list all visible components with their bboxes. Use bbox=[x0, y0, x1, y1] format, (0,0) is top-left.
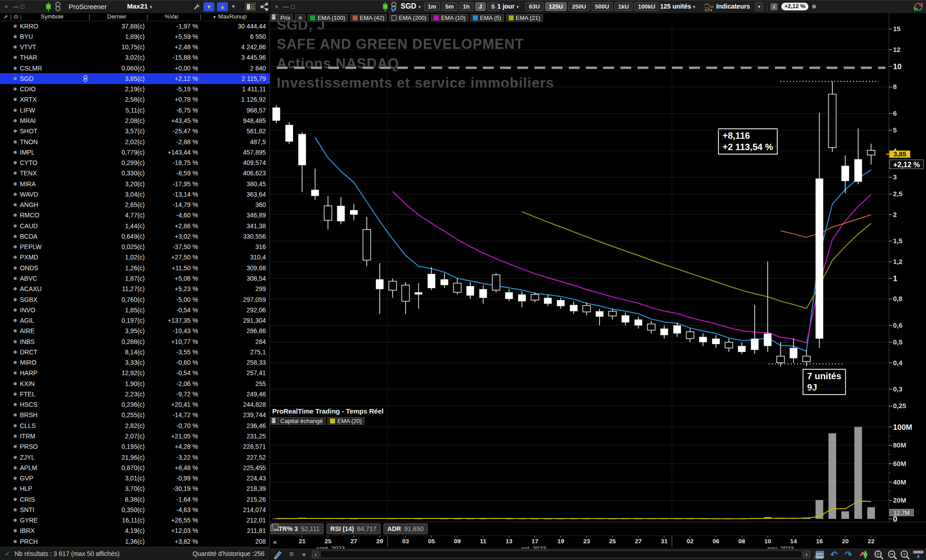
legend-chip-EMA-42-[interactable]: EMA (42) bbox=[350, 14, 387, 22]
preset-dropdown[interactable]: Max21 ▾ bbox=[127, 2, 152, 10]
table-row[interactable]: VTVT10,75(c)+2,48 %4 242,86 bbox=[0, 42, 270, 52]
close-icon[interactable]: × bbox=[5, 3, 8, 10]
units-dropdown[interactable]: 125 unités ▾ bbox=[660, 3, 695, 10]
table-row[interactable]: ANGH2,65(c)-14,79 %360 bbox=[0, 200, 270, 210]
table-row[interactable]: ONDS1,26(c)+11,50 %309,68 bbox=[0, 263, 270, 273]
table-row[interactable]: INVO1,85(c)-0,54 %292,06 bbox=[0, 305, 270, 315]
zoom-area-icon[interactable] bbox=[874, 550, 884, 560]
table-row[interactable]: MIRO3,33(c)-0,60 %258,33 bbox=[0, 358, 270, 368]
link-checked-icon[interactable] bbox=[390, 1, 398, 12]
indicator-chip-ATR-3[interactable]: ATR% 352,111 bbox=[270, 523, 324, 534]
gain-annotation[interactable]: +8,116 +2 113,54 % bbox=[718, 128, 778, 155]
draw-pencil-icon[interactable] bbox=[273, 550, 283, 559]
table-row[interactable]: MRAI2,08(c)+43,45 %948,485 bbox=[0, 115, 270, 126]
table-row[interactable]: ITRM2,07(c)+21,05 %231,25 bbox=[0, 431, 270, 441]
legend-chip-EMA-200-[interactable]: EMA (200) bbox=[389, 14, 429, 22]
table-row[interactable]: XRTX2,58(c)+0,78 %1 126,92 bbox=[0, 94, 270, 105]
price-chip[interactable]: Prix bbox=[270, 14, 293, 22]
table-row[interactable]: ABVC1,87(c)+5,06 %308,54 bbox=[0, 273, 270, 283]
table-row[interactable]: IBRX4,19(c)+12,03 %211,81 bbox=[0, 526, 270, 536]
table-row[interactable]: GVP3,01(c)-0,99 %224,43 bbox=[0, 473, 270, 483]
chevron-down-icon[interactable]: ▾ bbox=[232, 3, 235, 9]
scroll-left-button[interactable]: ‹ bbox=[312, 551, 319, 558]
table-row[interactable]: CRIS8,38(c)-1,64 %215,26 bbox=[0, 494, 270, 504]
redo-icon[interactable]: ↷ bbox=[845, 549, 852, 560]
unit-button-100kU[interactable]: 100kU bbox=[634, 2, 659, 11]
refresh-icon[interactable] bbox=[913, 2, 923, 12]
wrench-icon[interactable] bbox=[193, 3, 201, 11]
table-row[interactable]: CAUD1,44(c)+2,86 %341,38 bbox=[0, 221, 270, 231]
table-row[interactable]: DRCT8,14(c)-3,55 %275,1 bbox=[0, 347, 270, 357]
expand-right-icon[interactable]: » bbox=[302, 551, 306, 558]
maximize-icon[interactable]: □ bbox=[21, 3, 24, 10]
zoom-in-icon[interactable] bbox=[900, 550, 911, 560]
table-row[interactable]: FTEL2,23(c)-9,72 %249,46 bbox=[0, 389, 270, 399]
table-row[interactable]: LIFW5,11(c)-6,75 %968,57 bbox=[0, 105, 270, 115]
sort-ascending-button[interactable]: ▲ bbox=[217, 2, 228, 11]
column-dernier[interactable]: Dernier bbox=[107, 13, 127, 20]
column-var[interactable]: %Var bbox=[165, 13, 179, 20]
indicator-chip-RSI-14-[interactable]: RSI (14)64,717 bbox=[326, 523, 381, 534]
scroll-right-button[interactable]: › bbox=[803, 551, 810, 558]
list-icon[interactable]: ≡ bbox=[295, 14, 306, 22]
minimize-icon[interactable]: — bbox=[283, 3, 289, 10]
table-row[interactable]: THAR3,02(c)-15,88 %3 445,96 bbox=[0, 52, 270, 63]
timeframe-button-J[interactable]: J bbox=[475, 2, 486, 11]
timeframe-button-5m[interactable]: 5m bbox=[442, 2, 458, 11]
indicators-chevron-button[interactable]: ▾ bbox=[755, 2, 763, 11]
unit-button-250U[interactable]: 250U bbox=[568, 2, 590, 11]
symbol-dropdown[interactable]: SGD ▾ bbox=[401, 2, 421, 10]
sort-descending-button[interactable]: ▼ bbox=[203, 2, 214, 11]
wrench-icon[interactable] bbox=[3, 14, 9, 19]
table-row[interactable]: HSCS0,236(c)+20,41 %244,828 bbox=[0, 400, 270, 410]
menu-icon[interactable]: ≡ bbox=[289, 550, 293, 558]
timeframe-button-1h[interactable]: 1h bbox=[459, 2, 473, 11]
table-row[interactable]: SGBX0,760(c)-5,00 %297,059 bbox=[0, 294, 270, 305]
table-row[interactable]: CYTO0,299(c)-18,75 %409,574 bbox=[0, 157, 270, 168]
table-row[interactable]: IMPL0,779(c)+143,44 %457,895 bbox=[0, 147, 270, 157]
undo-icon[interactable]: ↶ bbox=[830, 549, 838, 560]
table-row[interactable]: HLP3,70(c)-30,19 %218,39 bbox=[0, 484, 270, 494]
period-dropdown[interactable]: 1 jour ▾ bbox=[497, 3, 519, 10]
table-row[interactable]: MIRA3,20(c)-17,95 %380,45 bbox=[0, 179, 270, 189]
timeframe-button-1m[interactable]: 1m bbox=[424, 2, 440, 11]
history-back-icon[interactable]: « bbox=[273, 538, 277, 546]
unit-button-63U[interactable]: 63U bbox=[525, 2, 543, 11]
table-row[interactable]: RMCO4,77(c)-4,60 %346,89 bbox=[0, 210, 270, 221]
unit-button-1kU[interactable]: 1kU bbox=[614, 2, 633, 11]
table-row[interactable]: PRCH1,36(c)+3,82 %208 bbox=[0, 536, 270, 546]
indicators-button[interactable]: Indicateurs bbox=[716, 3, 750, 10]
chart-scrollbar[interactable] bbox=[320, 551, 802, 558]
table-row[interactable]: SNTI0,350(c)-4,63 %214,074 bbox=[0, 504, 270, 515]
unit-button-500U[interactable]: 500U bbox=[591, 2, 613, 11]
table-row[interactable]: WAVD3,04(c)-13,14 %363,64 bbox=[0, 189, 270, 199]
table-row[interactable]: PRSO0,195(c)+4,28 %228,571 bbox=[0, 442, 270, 452]
minimize-icon[interactable]: — bbox=[13, 3, 19, 10]
collapse-panel-icon[interactable] bbox=[912, 550, 924, 559]
legend-chip-EMA-10-[interactable]: EMA (10) bbox=[431, 14, 468, 22]
indicator-chip-ADR[interactable]: ADR91,850 bbox=[383, 523, 428, 534]
legend-chip-EMA-100-[interactable]: EMA (100) bbox=[307, 14, 348, 22]
table-view-icon[interactable] bbox=[246, 3, 255, 11]
table-row[interactable]: BYU1,89(c)+5,59 %6 550 bbox=[0, 31, 270, 42]
column-symbole[interactable]: Symbole bbox=[41, 13, 64, 20]
table-row[interactable]: ACAXU11,27(c)+5,23 %299 bbox=[0, 284, 270, 294]
table-row[interactable]: BCDA0,649(c)+3,02 %330,556 bbox=[0, 231, 270, 241]
base-annotation[interactable]: 7 unités 9J bbox=[803, 369, 846, 395]
table-row[interactable]: CSLMR0,060(c)+0,00 %2 840 bbox=[0, 63, 270, 73]
table-row[interactable]: AIRE3,95(c)-10,43 %286,86 bbox=[0, 326, 270, 336]
info-icon[interactable]: i bbox=[770, 3, 778, 10]
link-icon[interactable] bbox=[54, 2, 61, 12]
table-row[interactable]: CLLS2,82(c)-0,70 %236,46 bbox=[0, 420, 270, 431]
column-maxrunup[interactable]: ▼ MaxRunup bbox=[213, 13, 246, 20]
table-row[interactable]: HARP12,92(c)-0,54 %257,41 bbox=[0, 368, 270, 378]
table-row[interactable]: CDIO2,19(c)-5,19 %1 411,11 bbox=[0, 84, 270, 94]
table-row[interactable]: ZJYL21,96(c)-3,22 %227,52 bbox=[0, 452, 270, 462]
table-row[interactable]: PXMD1,02(c)+27,50 %310,4 bbox=[0, 252, 270, 263]
table-row[interactable]: INBS0,288(c)+10,77 %284 bbox=[0, 336, 270, 347]
table-row[interactable]: BRSH0,255(c)-14,72 %239,744 bbox=[0, 410, 270, 420]
table-row[interactable]: TENX0,330(c)-8,59 %406,623 bbox=[0, 168, 270, 179]
table-row[interactable]: KXIN1,90(c)-2,06 %255 bbox=[0, 378, 270, 389]
zoom-out-icon[interactable] bbox=[887, 550, 898, 560]
table-row[interactable]: GYRE16,11(c)+26,55 %212,01 bbox=[0, 515, 270, 525]
